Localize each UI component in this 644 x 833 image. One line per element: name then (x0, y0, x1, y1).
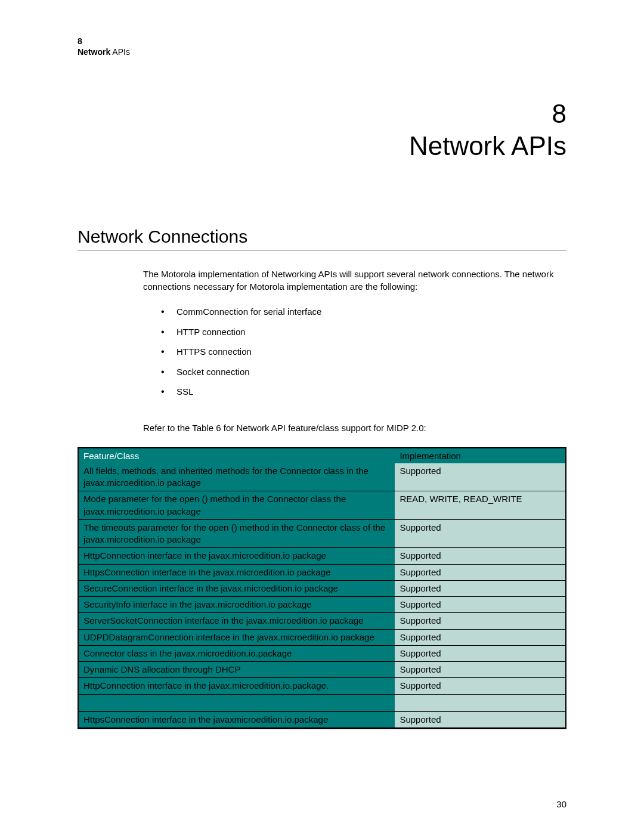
cell-feature: HttpConnection interface in the javax.mi… (79, 548, 395, 564)
cell-implementation: Supported (395, 629, 565, 645)
cell-implementation (395, 694, 565, 711)
intro-paragraph: The Motorola implementation of Networkin… (143, 268, 566, 293)
table-row: HttpConnection interface in the javax.mi… (79, 548, 565, 564)
table-header-row: Feature/Class Implementation (79, 448, 565, 463)
running-header: 8 Network APIs (78, 36, 566, 57)
chapter-title: Network APIs (78, 131, 566, 161)
page-number: 30 (556, 799, 566, 809)
col-header-implementation: Implementation (395, 448, 565, 463)
table-row: Mode parameter for the open () method in… (79, 491, 565, 520)
table-row-spacer (79, 694, 565, 711)
table-body: All fields, methods, and inherited metho… (79, 463, 565, 728)
table-row: ServerSocketConnection interface in the … (79, 613, 565, 629)
cell-implementation: READ, WRITE, READ_WRITE (395, 491, 565, 520)
cell-implementation: Supported (395, 645, 565, 661)
cell-feature: SecureConnection interface in the javax.… (79, 580, 395, 596)
body-content: The Motorola implementation of Networkin… (143, 268, 566, 434)
cell-feature: SecurityInfo interface in the javax.micr… (79, 597, 395, 613)
section-heading: Network Connections (78, 227, 566, 251)
cell-implementation: Supported (395, 463, 565, 491)
table-row: Dynamic DNS allocation through DHCPSuppo… (79, 662, 565, 678)
cell-feature: HttpConnection interface in the javax.mi… (79, 678, 395, 694)
bullet-item: HTTPS connection (161, 346, 566, 358)
cell-feature: Connector class in the javax.microeditio… (79, 645, 395, 661)
refer-paragraph: Refer to the Table 6 for Network API fea… (143, 422, 566, 434)
feature-table: Feature/Class Implementation All fields,… (79, 448, 565, 728)
bullet-item: CommConnection for serial interface (161, 306, 566, 318)
cell-implementation: Supported (395, 519, 565, 548)
table-row: All fields, methods, and inherited metho… (79, 463, 565, 491)
feature-table-container: Feature/Class Implementation All fields,… (78, 447, 566, 729)
running-header-title-bold: Network (78, 47, 110, 57)
cell-feature: ServerSocketConnection interface in the … (79, 613, 395, 629)
table-row: HttpsConnection interface in the javaxmi… (79, 711, 565, 727)
cell-feature: All fields, methods, and inherited metho… (79, 463, 395, 491)
table-row: HttpConnection interface in the javax.mi… (79, 678, 565, 694)
running-header-title: Network APIs (78, 47, 566, 57)
table-row: UDPDDatagramConnection interface in the … (79, 629, 565, 645)
cell-implementation: Supported (395, 548, 565, 564)
cell-feature: HttpsConnection interface in the javaxmi… (79, 711, 395, 727)
bullet-item: Socket connection (161, 366, 566, 378)
chapter-number: 8 (78, 99, 566, 129)
table-row: Connector class in the javax.microeditio… (79, 645, 565, 661)
page: 8 Network APIs 8 Network APIs Network Co… (0, 0, 644, 833)
cell-implementation: Supported (395, 564, 565, 580)
cell-feature: UDPDDatagramConnection interface in the … (79, 629, 395, 645)
table-row: The timeouts parameter for the open () m… (79, 519, 565, 548)
running-header-number: 8 (78, 36, 566, 47)
cell-implementation: Supported (395, 580, 565, 596)
cell-feature: HttpsConnection interface in the javax.m… (79, 564, 395, 580)
table-row: SecurityInfo interface in the javax.micr… (79, 597, 565, 613)
cell-implementation: Supported (395, 678, 565, 694)
cell-feature (79, 694, 395, 711)
cell-implementation: Supported (395, 597, 565, 613)
cell-implementation: Supported (395, 662, 565, 678)
cell-feature: Dynamic DNS allocation through DHCP (79, 662, 395, 678)
col-header-feature: Feature/Class (79, 448, 395, 463)
table-row: HttpsConnection interface in the javax.m… (79, 564, 565, 580)
bullet-list: CommConnection for serial interface HTTP… (143, 306, 566, 398)
bullet-item: SSL (161, 386, 566, 398)
cell-feature: Mode parameter for the open () method in… (79, 491, 395, 520)
running-header-title-rest: APIs (110, 47, 130, 57)
bullet-item: HTTP connection (161, 326, 566, 338)
table-row: SecureConnection interface in the javax.… (79, 580, 565, 596)
cell-implementation: Supported (395, 613, 565, 629)
cell-feature: The timeouts parameter for the open () m… (79, 519, 395, 548)
cell-implementation: Supported (395, 711, 565, 727)
